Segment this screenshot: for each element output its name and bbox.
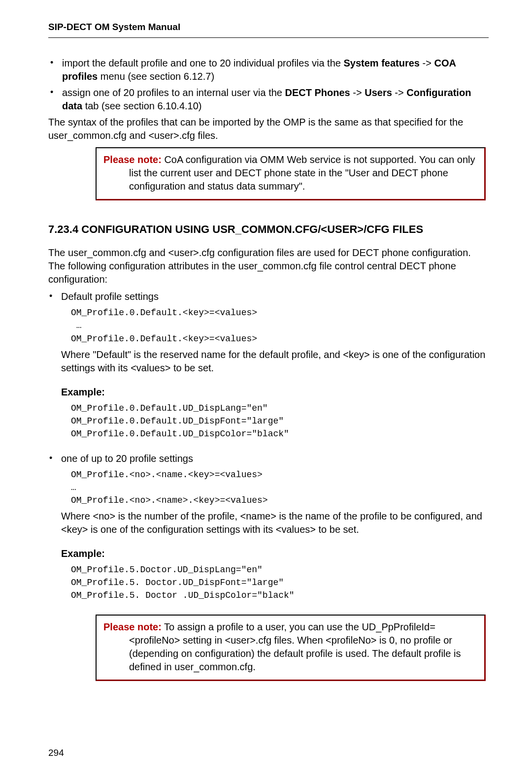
item2-example-label: Example:	[61, 547, 489, 560]
note-box-1: Please note: CoA configuration via OMM W…	[96, 147, 486, 200]
top-bullet-2: assign one of 20 profiles to an internal…	[48, 86, 489, 113]
bullet1-post: menu (see section 6.12.7)	[98, 71, 214, 82]
bullet1-pre: import the default profile and one to 20…	[62, 58, 343, 68]
doc-header: SIP-DECT OM System Manual	[48, 21, 489, 33]
note2-text: To assign a profile to a user, you can u…	[129, 621, 461, 672]
item1-title: Default profile settings	[61, 291, 159, 302]
page-number: 294	[48, 747, 64, 759]
bullet2-bold1: DECT Phones	[285, 87, 350, 98]
section-bullet-list-2: one of up to 20 profile settings	[48, 452, 489, 465]
top-bullet-list: import the default profile and one to 20…	[48, 57, 489, 113]
item2-example-code: OM_Profile.5.Doctor.UD_DispLang="en" OM_…	[71, 563, 489, 602]
item2-code: OM_Profile.<no>.<name.<key>=<values> … O…	[71, 468, 489, 507]
item2-explain: Where <no> is the number of the profile,…	[61, 510, 489, 536]
note1-text: CoA configuration via OMM Web service is…	[129, 154, 475, 192]
section-item-2: one of up to 20 profile settings	[48, 452, 489, 465]
item1-explain: Where "Default" is the reserved name for…	[61, 348, 489, 375]
section-item-1: Default profile settings	[48, 290, 489, 303]
item1-code: OM_Profile.0.Default.<key>=<values> … OM…	[71, 306, 489, 345]
section-heading: 7.23.4 CONFIGURATION USING USR_COMMON.CF…	[48, 222, 489, 237]
top-bullet-1: import the default profile and one to 20…	[48, 57, 489, 83]
bullet2-post: tab (see section 6.10.4.10)	[82, 100, 201, 111]
section-bullet-list: Default profile settings	[48, 290, 489, 303]
syntax-paragraph: The syntax of the profiles that can be i…	[48, 116, 489, 142]
bullet2-mid2: ->	[392, 87, 406, 98]
item2-title: one of up to 20 profile settings	[61, 453, 193, 464]
note1-label: Please note:	[103, 154, 162, 165]
bullet2-bold2: Users	[365, 87, 392, 98]
item1-example-label: Example:	[61, 386, 489, 399]
note-box-2: Please note: To assign a profile to a us…	[96, 615, 486, 681]
header-rule	[48, 37, 489, 38]
item1-example-code: OM_Profile.0.Default.UD_DispLang="en" OM…	[71, 402, 489, 440]
bullet2-mid1: ->	[350, 87, 365, 98]
section-intro: The user_common.cfg and <user>.cfg confi…	[48, 246, 489, 286]
bullet1-mid1: ->	[420, 58, 434, 68]
note2-label: Please note:	[103, 621, 162, 632]
bullet1-bold1: System features	[343, 58, 420, 68]
bullet2-pre: assign one of 20 profiles to an internal…	[62, 87, 285, 98]
